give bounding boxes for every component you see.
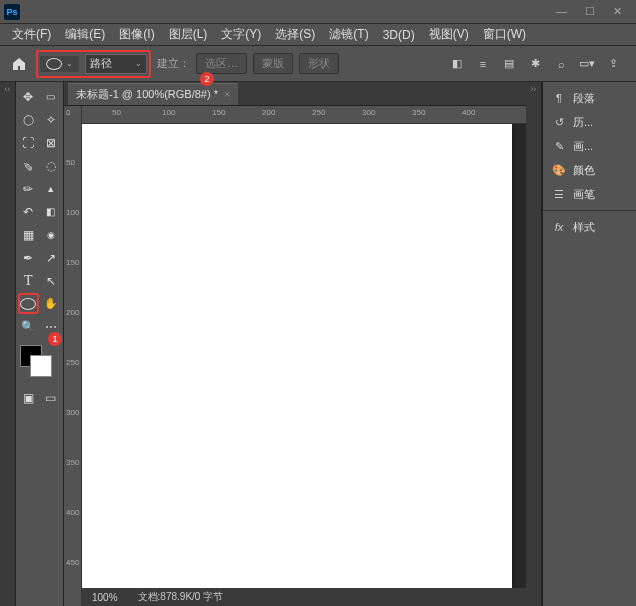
toolbox: 1 ▣▭ xyxy=(16,82,64,606)
app-logo: Ps xyxy=(4,4,20,20)
panel-history[interactable]: ↺历... xyxy=(543,110,636,134)
marquee-tool[interactable] xyxy=(41,86,62,107)
panel-styles[interactable]: fx样式 xyxy=(543,215,636,239)
menu-select[interactable]: 选择(S) xyxy=(269,26,321,43)
text-tool[interactable] xyxy=(18,270,39,291)
quickmask-tool[interactable]: ▣ xyxy=(18,387,39,408)
menu-view[interactable]: 视图(V) xyxy=(423,26,475,43)
arrange-icon[interactable]: ▤ xyxy=(500,55,518,73)
shape-tool[interactable] xyxy=(18,293,39,314)
zoom-level[interactable]: 100% xyxy=(92,592,118,603)
align-icon[interactable]: ≡ xyxy=(474,55,492,73)
direct-select-tool[interactable] xyxy=(41,270,62,291)
panel-label: 颜色 xyxy=(573,163,595,178)
annotation-badge-2: 2 xyxy=(200,72,214,86)
color-swatches[interactable] xyxy=(18,345,58,377)
collapse-icon: ›› xyxy=(531,84,537,94)
paragraph-icon: ¶ xyxy=(551,90,567,106)
eyedropper-tool[interactable] xyxy=(18,155,39,176)
menubar: 文件(F) 编辑(E) 图像(I) 图层(L) 文字(Y) 选择(S) 滤镜(T… xyxy=(0,24,636,46)
frame-tool[interactable] xyxy=(41,132,62,153)
canvas-viewport[interactable] xyxy=(82,124,526,588)
separator xyxy=(543,210,636,211)
move-tool[interactable] xyxy=(18,86,39,107)
hand-tool[interactable] xyxy=(41,293,61,314)
path-select-tool[interactable] xyxy=(41,247,62,268)
panel-brushes[interactable]: ☰画笔 xyxy=(543,182,636,206)
menu-type[interactable]: 文字(Y) xyxy=(215,26,267,43)
fx-icon: fx xyxy=(551,219,567,235)
workspace-icon[interactable]: ▭▾ xyxy=(578,55,596,73)
left-collapse-strip[interactable]: ‹‹ xyxy=(0,82,16,606)
crop-tool[interactable] xyxy=(18,132,39,153)
titlebar: Ps — ☐ ✕ xyxy=(0,0,636,24)
menu-layer[interactable]: 图层(L) xyxy=(163,26,214,43)
menu-file[interactable]: 文件(F) xyxy=(6,26,57,43)
mask-button[interactable]: 蒙版 xyxy=(253,53,293,74)
panel-label: 画笔 xyxy=(573,187,595,202)
screenmode-tool[interactable]: ▭ xyxy=(41,387,62,408)
status-bar: 100% 文档:878.9K/0 字节 xyxy=(82,588,526,606)
workspace: ‹‹ 1 ▣▭ 未标题-1 @ 100%(RGB/8#) * × 0501001… xyxy=(0,82,636,606)
stamp-tool[interactable] xyxy=(41,178,62,199)
window-maximize[interactable]: ☐ xyxy=(585,5,595,18)
highlight-box-2: ⌄ 路径 ⌄ xyxy=(36,50,151,78)
window-minimize[interactable]: — xyxy=(556,5,567,18)
mode-dropdown[interactable]: 路径 ⌄ xyxy=(85,54,147,74)
palette-icon: 🎨 xyxy=(551,162,567,178)
gear-icon[interactable]: ✱ xyxy=(526,55,544,73)
path-ops-icon[interactable]: ◧ xyxy=(448,55,466,73)
panel-brush[interactable]: ✎画... xyxy=(543,134,636,158)
selection-button[interactable]: 选区… xyxy=(196,53,247,74)
right-collapse-strip[interactable]: ›› xyxy=(526,82,542,606)
brushes-icon: ☰ xyxy=(551,186,567,202)
menu-image[interactable]: 图像(I) xyxy=(113,26,160,43)
panel-color[interactable]: 🎨颜色 xyxy=(543,158,636,182)
collapse-icon: ‹‹ xyxy=(5,84,11,94)
tab-title: 未标题-1 @ 100%(RGB/8#) * xyxy=(76,87,218,102)
history-brush-tool[interactable] xyxy=(18,201,39,222)
share-icon[interactable]: ⇪ xyxy=(604,55,622,73)
ruler-horizontal: 50100150200250300350400 xyxy=(82,106,526,124)
eraser-tool[interactable] xyxy=(41,201,62,222)
pen-tool[interactable] xyxy=(18,247,39,268)
blur-tool[interactable] xyxy=(41,224,62,245)
panel-label: 段落 xyxy=(573,91,595,106)
search-icon[interactable]: ⌕ xyxy=(552,55,570,73)
document-tab[interactable]: 未标题-1 @ 100%(RGB/8#) * × xyxy=(68,83,238,105)
menu-3d[interactable]: 3D(D) xyxy=(377,28,421,42)
shape-button[interactable]: 形状 xyxy=(299,53,339,74)
zoom-tool[interactable] xyxy=(18,316,39,337)
shape-tool-picker[interactable]: ⌄ xyxy=(40,56,79,72)
edit-area: 未标题-1 @ 100%(RGB/8#) * × 050100150200250… xyxy=(64,82,526,606)
chevron-down-icon: ⌄ xyxy=(66,59,73,68)
menu-window[interactable]: 窗口(W) xyxy=(477,26,532,43)
brush-icon: ✎ xyxy=(551,138,567,154)
panel-paragraph[interactable]: ¶段落 xyxy=(543,86,636,110)
patch-tool[interactable] xyxy=(41,155,62,176)
close-icon[interactable]: × xyxy=(224,88,230,100)
doc-info: 文档:878.9K/0 字节 xyxy=(138,590,224,604)
menu-filter[interactable]: 滤镜(T) xyxy=(323,26,374,43)
background-swatch[interactable] xyxy=(30,355,52,377)
gradient-tool[interactable] xyxy=(18,224,39,245)
ellipse-icon xyxy=(46,58,62,70)
canvas[interactable] xyxy=(82,124,512,588)
window-close[interactable]: ✕ xyxy=(613,5,622,18)
home-icon[interactable] xyxy=(8,53,30,75)
create-label: 建立： xyxy=(157,56,190,71)
ellipse-icon xyxy=(20,298,36,310)
menu-edit[interactable]: 编辑(E) xyxy=(59,26,111,43)
history-icon: ↺ xyxy=(551,114,567,130)
mode-value: 路径 xyxy=(90,56,112,71)
ruler-vertical: 050100150200250300350400450 xyxy=(64,106,82,606)
option-icons: ◧ ≡ ▤ ✱ ⌕ ▭▾ ⇪ xyxy=(448,55,628,73)
right-panel: ¶段落 ↺历... ✎画... 🎨颜色 ☰画笔 fx样式 xyxy=(542,82,636,606)
lasso-tool[interactable] xyxy=(18,109,39,130)
chevron-down-icon: ⌄ xyxy=(135,59,142,68)
wand-tool[interactable] xyxy=(41,109,62,130)
brush-tool[interactable] xyxy=(18,178,39,199)
tab-strip: 未标题-1 @ 100%(RGB/8#) * × xyxy=(64,82,526,106)
options-bar: ⌄ 路径 ⌄ 2 建立： 选区… 蒙版 形状 ◧ ≡ ▤ ✱ ⌕ ▭▾ ⇪ xyxy=(0,46,636,82)
panel-label: 画... xyxy=(573,139,593,154)
